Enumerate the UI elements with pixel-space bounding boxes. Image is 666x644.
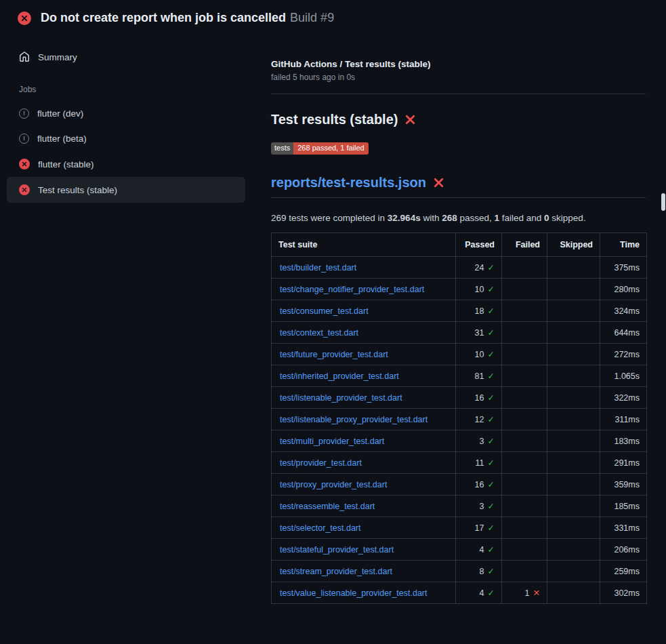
failed-cell xyxy=(502,300,547,322)
time-cell: 280ms xyxy=(600,279,647,300)
badge-label: tests xyxy=(271,142,293,155)
table-row: test/inherited_provider_test.dart81✓1.06… xyxy=(272,365,647,387)
test-suite-link[interactable]: test/future_provider_test.dart xyxy=(280,350,388,359)
failed-status-icon xyxy=(19,159,30,169)
passed-cell-count: 10 xyxy=(475,285,484,294)
passed-cell: 16✓ xyxy=(456,387,502,409)
suite-cell: test/provider_test.dart xyxy=(272,452,456,474)
test-suite-link[interactable]: test/listenable_provider_test.dart xyxy=(280,393,402,403)
skipped-cell xyxy=(547,474,600,496)
col-failed: Failed xyxy=(502,233,547,257)
passed-cell-count: 8 xyxy=(480,567,484,576)
suite-cell: test/listenable_proxy_provider_test.dart xyxy=(272,409,456,430)
sidebar-item-test-results-stable[interactable]: Test results (stable) xyxy=(7,177,245,203)
passed-cell: 81✓ xyxy=(456,365,502,387)
check-icon: ✓ xyxy=(488,458,495,468)
table-row: test/future_provider_test.dart10✓272ms xyxy=(272,344,647,365)
skipped-cell xyxy=(547,387,600,409)
time-cell: 1.065s xyxy=(600,365,647,387)
test-suite-link[interactable]: test/inherited_provider_test.dart xyxy=(280,371,399,381)
check-icon: ✓ xyxy=(488,393,495,403)
col-passed: Passed xyxy=(456,233,502,257)
check-icon: ✓ xyxy=(488,263,495,273)
suite-cell: test/reassemble_test.dart xyxy=(272,496,456,517)
passed-cell: 17✓ xyxy=(456,517,502,539)
passed-cell: 8✓ xyxy=(456,561,502,582)
home-icon xyxy=(19,52,30,62)
table-row: test/reassemble_test.dart3✓185ms xyxy=(272,496,647,517)
passed-cell-count: 3 xyxy=(480,502,484,511)
test-suite-link[interactable]: test/reassemble_test.dart xyxy=(280,502,375,511)
failed-cell xyxy=(502,387,547,409)
run-title: Do not create report when job is cancell… xyxy=(41,11,286,24)
failed-x-icon xyxy=(433,177,444,188)
test-suite-link[interactable]: test/multi_provider_test.dart xyxy=(280,437,384,446)
build-number: Build #9 xyxy=(290,11,334,24)
test-suite-link[interactable]: test/consumer_test.dart xyxy=(280,306,369,316)
table-header-row: Test suite Passed Failed Skipped Time xyxy=(272,233,647,257)
test-suite-link[interactable]: test/stream_provider_test.dart xyxy=(280,567,392,576)
test-suite-link[interactable]: test/change_notifier_provider_test.dart xyxy=(280,285,424,294)
neutral-status-icon xyxy=(19,134,29,144)
passed-cell: 3✓ xyxy=(456,430,502,452)
suite-cell: test/inherited_provider_test.dart xyxy=(272,365,456,387)
test-suite-link[interactable]: test/context_test.dart xyxy=(280,328,358,338)
table-row: test/value_listenable_provider_test.dart… xyxy=(272,582,647,604)
sidebar-item-flutter-dev[interactable]: flutter (dev) xyxy=(7,101,245,126)
report-link[interactable]: reports/test-results.json xyxy=(271,175,426,190)
passed-cell: 24✓ xyxy=(456,257,502,279)
skipped-cell xyxy=(547,365,600,387)
suite-cell: test/listenable_provider_test.dart xyxy=(272,387,456,409)
passed-cell-count: 17 xyxy=(475,523,484,533)
check-icon: ✓ xyxy=(488,285,495,294)
skipped-cell xyxy=(547,496,600,517)
check-icon: ✓ xyxy=(488,350,495,359)
scrollbar-thumb[interactable] xyxy=(661,193,665,211)
summary-passed: 268 xyxy=(442,213,457,223)
passed-cell-count: 81 xyxy=(475,371,484,381)
skipped-cell xyxy=(547,452,600,474)
table-row: test/context_test.dart31✓644ms xyxy=(272,322,647,344)
sidebar-item-summary[interactable]: Summary xyxy=(7,44,245,70)
failed-cell xyxy=(502,496,547,517)
test-suite-link[interactable]: test/builder_test.dart xyxy=(280,263,356,273)
test-suite-link[interactable]: test/provider_test.dart xyxy=(280,458,362,468)
failed-cell xyxy=(502,409,547,430)
divider xyxy=(271,94,646,94)
failed-cell xyxy=(502,365,547,387)
summary-skipped: 0 xyxy=(544,213,549,223)
test-suite-link[interactable]: test/proxy_provider_test.dart xyxy=(280,480,387,489)
section-title-text: Test results (stable) xyxy=(271,112,398,127)
time-cell: 322ms xyxy=(600,387,647,409)
test-suite-link[interactable]: test/stateful_provider_test.dart xyxy=(280,545,394,555)
suite-cell: test/context_test.dart xyxy=(272,322,456,344)
passed-cell-count: 16 xyxy=(475,480,484,489)
skipped-cell xyxy=(547,430,600,452)
sidebar-item-label: Summary xyxy=(38,52,77,62)
passed-cell-count: 16 xyxy=(475,393,484,403)
table-row: test/stateful_provider_test.dart4✓206ms xyxy=(272,539,647,561)
sidebar-item-label: flutter (stable) xyxy=(38,159,94,169)
suite-cell: test/multi_provider_test.dart xyxy=(272,430,456,452)
sidebar-item-flutter-beta[interactable]: flutter (beta) xyxy=(7,126,245,151)
failed-cell xyxy=(502,474,547,496)
test-suite-link[interactable]: test/listenable_proxy_provider_test.dart xyxy=(280,415,428,424)
skipped-cell xyxy=(547,279,600,300)
skipped-cell xyxy=(547,539,600,561)
check-run-page: Do not create report when job is cancell… xyxy=(0,0,666,604)
time-cell: 331ms xyxy=(600,517,647,539)
sidebar-item-flutter-stable[interactable]: flutter (stable) xyxy=(7,151,245,177)
table-row: test/builder_test.dart24✓375ms xyxy=(272,257,647,279)
suite-cell: test/future_provider_test.dart xyxy=(272,344,456,365)
suite-cell: test/proxy_provider_test.dart xyxy=(272,474,456,496)
report-title: reports/test-results.json xyxy=(271,175,646,198)
passed-cell-count: 4 xyxy=(480,545,484,555)
test-suite-link[interactable]: test/value_listenable_provider_test.dart xyxy=(280,588,428,598)
suite-cell: test/stateful_provider_test.dart xyxy=(272,539,456,561)
test-suite-link[interactable]: test/selector_test.dart xyxy=(280,523,361,533)
check-icon: ✓ xyxy=(488,306,495,316)
failed-cell xyxy=(502,561,547,582)
check-icon: ✓ xyxy=(488,502,495,511)
summary-text: 269 tests were completed in xyxy=(271,213,388,223)
check-icon: ✓ xyxy=(488,371,495,381)
